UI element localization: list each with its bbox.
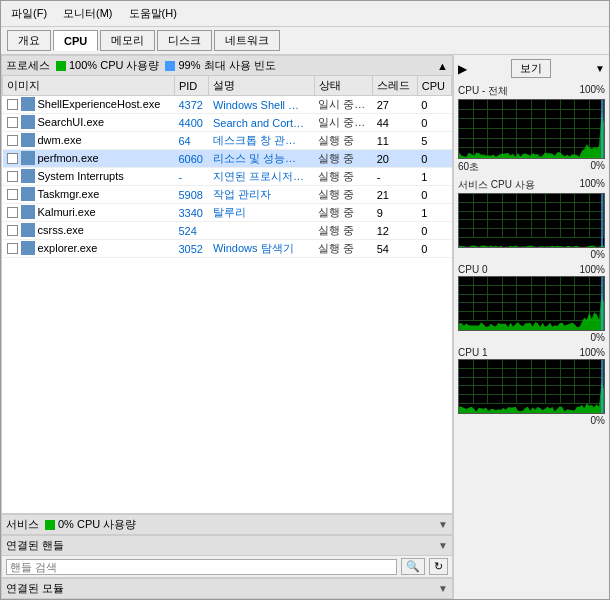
col-image[interactable]: 이미지 (3, 76, 175, 96)
table-row[interactable]: csrss.exe 524 실행 중 12 0 (3, 222, 452, 240)
process-status: 일시 중… (318, 116, 365, 128)
process-image-name: ShellExperienceHost.exe (38, 98, 161, 110)
process-threads-cell: 21 (373, 186, 418, 204)
process-image-name: System Interrupts (38, 170, 124, 182)
table-row[interactable]: Kalmuri.exe 3340 탈루리 실행 중 9 1 (3, 204, 452, 222)
view-button[interactable]: 보기 (511, 59, 551, 78)
table-row[interactable]: explorer.exe 3052 Windows 탐색기 실행 중 54 0 (3, 240, 452, 258)
process-desc-cell: 지연된 프로시저… (209, 168, 314, 186)
left-panel: 프로세스 100% CPU 사용량 99% 최대 사용 빈도 ▲ (1, 55, 454, 599)
process-desc: 리소스 및 성능… (213, 152, 296, 164)
process-pid[interactable]: 6060 (178, 153, 202, 165)
process-image-name: explorer.exe (38, 242, 98, 254)
col-desc[interactable]: 설명 (209, 76, 314, 96)
services-section-header[interactable]: 서비스 0% CPU 사용량 ▼ (1, 514, 453, 535)
handle-search-button[interactable]: 🔍 (401, 558, 425, 575)
process-threads-cell: 44 (373, 114, 418, 132)
process-threads-cell: 11 (373, 132, 418, 150)
process-pid[interactable]: 4400 (178, 117, 202, 129)
cpu-dot-blue (165, 61, 175, 71)
tab-cpu[interactable]: CPU (53, 30, 98, 51)
process-pid[interactable]: 524 (178, 225, 196, 237)
process-desc: 탈루리 (213, 206, 246, 218)
process-icon (21, 115, 35, 129)
process-pid[interactable]: 3340 (178, 207, 202, 219)
table-row[interactable]: perfmon.exe 6060 리소스 및 성능… 실행 중 20 0 (3, 150, 452, 168)
process-pid-cell: - (174, 168, 208, 186)
process-pid[interactable]: 64 (178, 135, 190, 147)
module-chevron[interactable]: ▼ (438, 583, 448, 594)
process-image-cell: Kalmuri.exe (3, 204, 175, 220)
handle-refresh-button[interactable]: ↻ (429, 558, 448, 575)
process-pid[interactable]: 3052 (178, 243, 202, 255)
right-arrow-icon[interactable]: ▶ (458, 62, 467, 76)
chart-cpu0-canvas (458, 276, 605, 331)
chart-cpu0-min: 0% (591, 332, 605, 343)
menu-monitor[interactable]: 모니터(M) (59, 4, 117, 23)
process-checkbox[interactable] (7, 189, 18, 200)
process-status: 실행 중 (318, 206, 354, 218)
handle-section: 연결된 핸들 ▼ 🔍 ↻ (1, 535, 453, 578)
menubar: 파일(F) 모니터(M) 도움말(H) (1, 1, 609, 27)
process-image-name: Kalmuri.exe (38, 206, 96, 218)
module-section-header[interactable]: 연결된 모듈 ▼ (1, 578, 453, 599)
process-checkbox[interactable] (7, 135, 18, 146)
svg-marker-6 (459, 381, 604, 413)
menu-file[interactable]: 파일(F) (7, 4, 51, 23)
process-threads-cell: - (373, 168, 418, 186)
table-row[interactable]: dwm.exe 64 데스크톱 창 관… 실행 중 11 5 (3, 132, 452, 150)
chart-cpu-total-svg (459, 100, 604, 158)
table-row[interactable]: Taskmgr.exe 5908 작업 관리자 실행 중 21 0 (3, 186, 452, 204)
process-pid[interactable]: - (178, 171, 182, 183)
process-pid-cell: 6060 (174, 150, 208, 168)
process-checkbox[interactable] (7, 243, 18, 254)
process-cpu-cell: 1 (417, 204, 451, 222)
tab-overview[interactable]: 개요 (7, 30, 51, 51)
process-pid-cell: 64 (174, 132, 208, 150)
process-checkbox[interactable] (7, 99, 18, 110)
process-image-name: csrss.exe (38, 224, 84, 236)
process-checkbox[interactable] (7, 171, 18, 182)
process-desc: 데스크톱 창 관… (213, 134, 296, 146)
process-section-title: 프로세스 (6, 58, 50, 73)
services-title: 서비스 (6, 517, 39, 532)
process-checkbox[interactable] (7, 117, 18, 128)
table-row[interactable]: System Interrupts - 지연된 프로시저… 실행 중 - 1 (3, 168, 452, 186)
process-section-chevron[interactable]: ▲ (437, 60, 448, 72)
process-pid[interactable]: 4372 (178, 99, 202, 111)
process-section-header[interactable]: 프로세스 100% CPU 사용량 99% 최대 사용 빈도 ▲ (1, 55, 453, 75)
services-chevron[interactable]: ▼ (438, 519, 448, 530)
chart-service-cpu: 서비스 CPU 사용 100% (458, 178, 605, 260)
process-checkbox[interactable] (7, 207, 18, 218)
table-row[interactable]: ShellExperienceHost.exe 4372 Windows She… (3, 96, 452, 114)
process-freq-label: 99% 최대 사용 빈도 (178, 58, 275, 73)
handle-search-bar: 🔍 ↻ (1, 556, 453, 578)
process-status-cell: 일시 중… (314, 96, 372, 114)
process-checkbox[interactable] (7, 225, 18, 236)
tab-disk[interactable]: 디스크 (157, 30, 212, 51)
handle-search-input[interactable] (6, 559, 397, 575)
menu-help[interactable]: 도움말(H) (125, 4, 181, 23)
process-desc-cell (209, 222, 314, 240)
tab-memory[interactable]: 메모리 (100, 30, 155, 51)
process-cpu-cell: 0 (417, 240, 451, 258)
handle-chevron[interactable]: ▼ (438, 540, 448, 551)
col-cpu[interactable]: CPU (417, 76, 451, 96)
process-icon (21, 223, 35, 237)
table-row[interactable]: SearchUI.exe 4400 Search and Cort… 일시 중…… (3, 114, 452, 132)
view-dropdown-icon[interactable]: ▼ (595, 63, 605, 74)
handle-title: 연결된 핸들 (6, 538, 64, 553)
process-icon (21, 169, 35, 183)
col-threads[interactable]: 스레드 (373, 76, 418, 96)
tab-network[interactable]: 네트워크 (214, 30, 280, 51)
process-pid[interactable]: 5908 (178, 189, 202, 201)
process-desc-cell: 리소스 및 성능… (209, 150, 314, 168)
process-image-name: Taskmgr.exe (38, 188, 100, 200)
process-image-cell: dwm.exe (3, 132, 175, 148)
handle-section-header[interactable]: 연결된 핸들 ▼ (1, 535, 453, 556)
col-status[interactable]: 상태 (314, 76, 372, 96)
process-desc: 작업 관리자 (213, 188, 271, 200)
process-pid-cell: 5908 (174, 186, 208, 204)
col-pid[interactable]: PID (174, 76, 208, 96)
process-checkbox[interactable] (7, 153, 18, 164)
